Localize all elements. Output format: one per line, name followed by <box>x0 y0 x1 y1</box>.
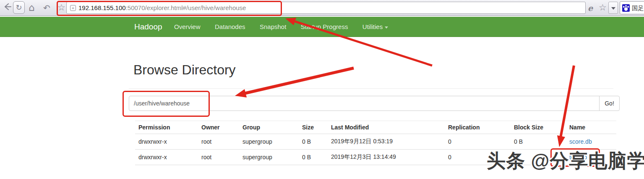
url-text[interactable]: 192.168.155.100:50070/explorer.html#/use… <box>78 2 246 13</box>
table-row: drwxrwxr-x root supergroup 0 B 2019年12月3… <box>135 150 616 165</box>
page-title: Browse Directory <box>133 62 236 78</box>
star-icon[interactable]: ☆ <box>599 1 607 14</box>
favorites-star-icon[interactable]: ☆ <box>57 1 65 14</box>
col-block-size: Block Size <box>511 121 566 134</box>
ie-icon[interactable]: e <box>588 2 593 14</box>
refresh-icon: ↻ <box>16 3 22 12</box>
hadoop-navbar: Hadoop Overview Datanodes Snapshot Start… <box>0 17 644 37</box>
cell-name: score.db <box>566 134 616 150</box>
file-link-test-db[interactable]: test.db <box>569 154 587 161</box>
home-icon[interactable]: ⌂ <box>29 1 35 14</box>
nav-item-utilities[interactable]: Utilities <box>356 17 394 37</box>
cell-last-modified: 2019年9月12日 0:53:19 <box>328 134 445 150</box>
col-owner: Owner <box>198 121 239 134</box>
chevron-down-icon <box>385 26 388 29</box>
cell-owner: root <box>198 150 239 165</box>
cell-block-size: 0 B <box>511 134 566 150</box>
cell-permission: drwxrwxr-x <box>135 150 198 165</box>
file-link-score-db[interactable]: score.db <box>569 138 592 145</box>
dropdown-caret-button[interactable] <box>608 2 618 14</box>
table-row: drwxrwxr-x root supergroup 0 B 2019年9月12… <box>135 134 616 150</box>
directory-table: Permission Owner Group Size Last Modifie… <box>135 121 616 165</box>
cell-group: supergroup <box>239 134 299 150</box>
nav-item-datanodes[interactable]: Datanodes <box>209 17 252 37</box>
url-host: 192.168.155.100 <box>78 4 126 11</box>
cell-block-size <box>511 150 566 165</box>
browser-search-box[interactable]: 国足 <box>620 1 644 14</box>
nav-item-startup-progress[interactable]: Startup Progress <box>295 17 355 37</box>
refresh-button[interactable]: ↻ <box>13 1 25 14</box>
cell-group: supergroup <box>239 150 299 165</box>
col-group: Group <box>239 121 299 134</box>
table-header-row: Permission Owner Group Size Last Modifie… <box>135 121 616 134</box>
cell-size: 0 B <box>299 134 328 150</box>
cell-permission: drwxrwxr-x <box>135 134 198 150</box>
cell-owner: root <box>198 134 239 150</box>
address-bar[interactable]: + 192.168.155.100:50070/explorer.html#/u… <box>66 2 586 14</box>
divider <box>129 88 613 89</box>
navbar-menu: Overview Datanodes Snapshot Startup Prog… <box>168 17 394 37</box>
col-replication: Replication <box>445 121 511 134</box>
col-permission: Permission <box>135 121 198 134</box>
browser-toolbar: ↻ ⌂ ↶ ☆ + 192.168.155.100:50070/explorer… <box>0 0 644 16</box>
back-icon[interactable] <box>3 2 13 13</box>
undo-icon[interactable]: ↶ <box>43 2 50 14</box>
baidu-paw-icon <box>622 4 630 12</box>
col-last-modified: Last Modified <box>328 121 445 134</box>
go-button[interactable]: Go! <box>599 96 620 111</box>
col-size: Size <box>299 121 328 134</box>
cell-replication: 0 <box>445 134 511 150</box>
nav-item-overview[interactable]: Overview <box>168 17 207 37</box>
nav-item-snapshot[interactable]: Snapshot <box>253 17 292 37</box>
browser-search-text: 国足 <box>632 2 644 14</box>
url-path: :50070/explorer.html#/user/hive/warehous… <box>126 4 246 11</box>
arrow-to-path-input <box>245 68 354 93</box>
cell-last-modified: 2019年12月3日 13:14:49 <box>328 150 445 165</box>
cell-size: 0 B <box>299 150 328 165</box>
dropdown-caret-icon <box>611 7 615 10</box>
cell-replication: 0 <box>445 150 511 165</box>
col-name: Name <box>566 121 616 134</box>
site-badge-icon: + <box>70 5 76 11</box>
navbar-brand[interactable]: Hadoop <box>128 17 169 37</box>
path-input[interactable] <box>129 96 600 111</box>
cell-name: test.db <box>566 150 616 165</box>
